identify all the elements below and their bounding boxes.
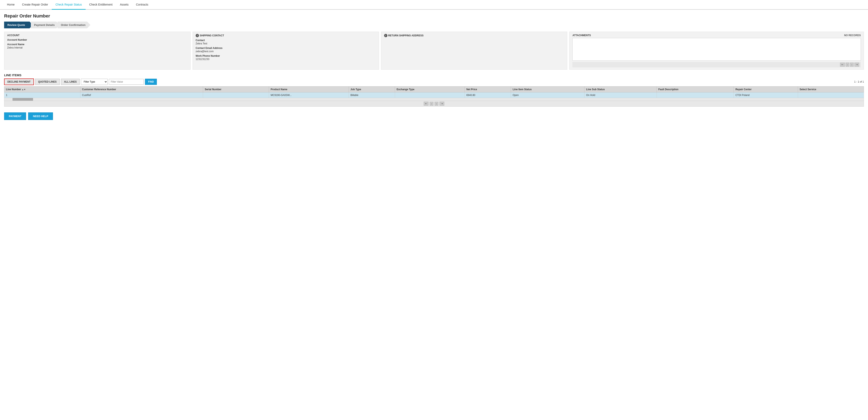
cell-repair-center: CTDI Poland bbox=[734, 92, 798, 98]
col-serial-number: Serial Number bbox=[203, 86, 269, 92]
col-line-sub-status: Line Sub Status bbox=[585, 86, 657, 92]
nav-assets[interactable]: Assets bbox=[116, 0, 132, 10]
nav-contracts[interactable]: Contracts bbox=[132, 0, 152, 10]
attachments-box: ATTACHMENTS No Records ⇤ ‹ › ⇥ bbox=[569, 32, 864, 69]
attachments-next-page[interactable]: › bbox=[850, 63, 854, 66]
attachments-last-page[interactable]: ⇥ bbox=[855, 63, 859, 66]
cell-line-number: 1 bbox=[4, 92, 81, 98]
account-name-label: Account Name bbox=[7, 43, 187, 46]
account-number-label: Account Number bbox=[7, 38, 187, 41]
table-scrollbar[interactable] bbox=[4, 98, 864, 101]
col-select-service: Select Service bbox=[798, 86, 864, 92]
col-exchange-type: Exchange Type bbox=[395, 86, 465, 92]
attachments-prev-page[interactable]: ‹ bbox=[846, 63, 849, 66]
decline-payment-button[interactable]: DECLINE PAYMENT bbox=[4, 79, 34, 85]
table-scroll-thumb bbox=[12, 98, 33, 101]
need-help-button[interactable]: NEED HELP bbox=[28, 112, 53, 120]
return-shipping-box: i RETURN SHIPPING ADDRESS bbox=[381, 32, 567, 69]
shipping-contact-header: i SHIPPING CONTACT bbox=[196, 34, 376, 37]
cell-serial-number bbox=[203, 92, 269, 98]
attachments-area bbox=[572, 38, 861, 61]
quoted-lines-button[interactable]: QUOTED LINES bbox=[35, 79, 60, 85]
sort-icon-line-number: ▲▼ bbox=[22, 88, 26, 91]
bottom-buttons: PAYMENT NEED HELP bbox=[4, 112, 864, 120]
line-items-title: LINE ITEMS bbox=[4, 73, 864, 77]
cell-exchange-type bbox=[395, 92, 465, 98]
cell-line-sub-status: On Hold bbox=[585, 92, 657, 98]
account-name-value: Zebra Internal bbox=[7, 46, 187, 49]
nav-create-repair-order[interactable]: Create Repair Order bbox=[18, 0, 52, 10]
col-net-price: Net Price bbox=[465, 86, 511, 92]
page-title: Repair Order Number bbox=[4, 13, 864, 19]
table-first-page[interactable]: ⇤ bbox=[424, 102, 429, 106]
col-job-type: Job Type bbox=[349, 86, 395, 92]
filter-value-input[interactable] bbox=[109, 79, 144, 85]
contact-value: Zebra Test bbox=[196, 42, 376, 45]
all-lines-button[interactable]: ALL LINES bbox=[61, 79, 80, 85]
nav-check-repair-status[interactable]: Check Repair Status bbox=[52, 0, 85, 10]
cell-net-price: €840.80 bbox=[465, 92, 511, 98]
table-footer: ⇤ ‹ › ⇥ bbox=[4, 101, 864, 107]
page-content: Repair Order Number Review Quote Payment… bbox=[0, 10, 868, 124]
table-row[interactable]: 1 CustRef MC9190-GA0SW... Billable €840.… bbox=[4, 92, 864, 98]
cell-job-type: Billable bbox=[349, 92, 395, 98]
line-items-header: DECLINE PAYMENT QUOTED LINES ALL LINES F… bbox=[4, 79, 864, 85]
cell-customer-ref: CustRef bbox=[80, 92, 203, 98]
info-icon-return-shipping: i bbox=[384, 34, 388, 37]
cell-line-item-status: Open bbox=[511, 92, 585, 98]
table-last-page[interactable]: ⇥ bbox=[439, 102, 444, 106]
wizard-step-order-confirmation[interactable]: Order Confirmation bbox=[58, 22, 90, 28]
wizard-step-review-quote[interactable]: Review Quote bbox=[4, 22, 33, 28]
col-line-item-status: Line Item Status bbox=[511, 86, 585, 92]
col-product-name: Product Name bbox=[269, 86, 349, 92]
attachments-pagination: ⇤ ‹ › ⇥ bbox=[572, 62, 861, 67]
wizard-step-payment-details[interactable]: Payment Details bbox=[31, 22, 60, 28]
top-navigation: Home Create Repair Order Check Repair St… bbox=[0, 0, 868, 10]
col-customer-ref: Customer Reference Number bbox=[80, 86, 203, 92]
work-phone-value: 1231231233 bbox=[196, 58, 376, 61]
col-line-number[interactable]: Line Number ▲▼ bbox=[4, 86, 81, 92]
info-row: ACCOUNT Account Number Account Name Zebr… bbox=[4, 32, 864, 69]
line-items-table: Line Number ▲▼ Customer Reference Number… bbox=[4, 86, 864, 98]
work-phone-label: Work Phone Number bbox=[196, 54, 376, 57]
table-next-page[interactable]: › bbox=[435, 102, 438, 106]
contact-label: Contact bbox=[196, 39, 376, 42]
cell-select-service bbox=[798, 92, 864, 98]
account-box: ACCOUNT Account Number Account Name Zebr… bbox=[4, 32, 190, 69]
cell-product-name: MC9190-GA0SW... bbox=[269, 92, 349, 98]
table-header-row: Line Number ▲▼ Customer Reference Number… bbox=[4, 86, 864, 92]
attachments-no-records: No Records bbox=[844, 34, 861, 37]
filter-type-select[interactable]: Filter Type bbox=[81, 79, 107, 85]
account-box-header: ACCOUNT bbox=[7, 34, 187, 37]
find-button[interactable]: FIND bbox=[145, 79, 157, 85]
contact-email-value: zebra@test.com bbox=[196, 50, 376, 53]
attachments-header: ATTACHMENTS No Records bbox=[572, 34, 861, 37]
info-icon-shipping: i bbox=[196, 34, 199, 37]
col-repair-center: Repair Center bbox=[734, 86, 798, 92]
nav-home[interactable]: Home bbox=[3, 0, 18, 10]
attachments-first-page[interactable]: ⇤ bbox=[840, 63, 845, 66]
return-shipping-header: i RETURN SHIPPING ADDRESS bbox=[384, 34, 564, 37]
cell-fault-description bbox=[656, 92, 734, 98]
line-items-controls: DECLINE PAYMENT QUOTED LINES ALL LINES F… bbox=[4, 79, 157, 85]
contact-email-label: Contact Email Address bbox=[196, 47, 376, 50]
shipping-contact-box: i SHIPPING CONTACT Contact Zebra Test Co… bbox=[192, 32, 379, 69]
table-prev-page[interactable]: ‹ bbox=[430, 102, 433, 106]
nav-check-entitlement[interactable]: Check Entitlement bbox=[86, 0, 116, 10]
col-fault-description: Fault Description bbox=[656, 86, 734, 92]
pagination-info: 1 - 1 of 1 bbox=[854, 80, 864, 83]
payment-button[interactable]: PAYMENT bbox=[4, 112, 26, 120]
wizard-steps: Review Quote Payment Details Order Confi… bbox=[4, 22, 864, 28]
